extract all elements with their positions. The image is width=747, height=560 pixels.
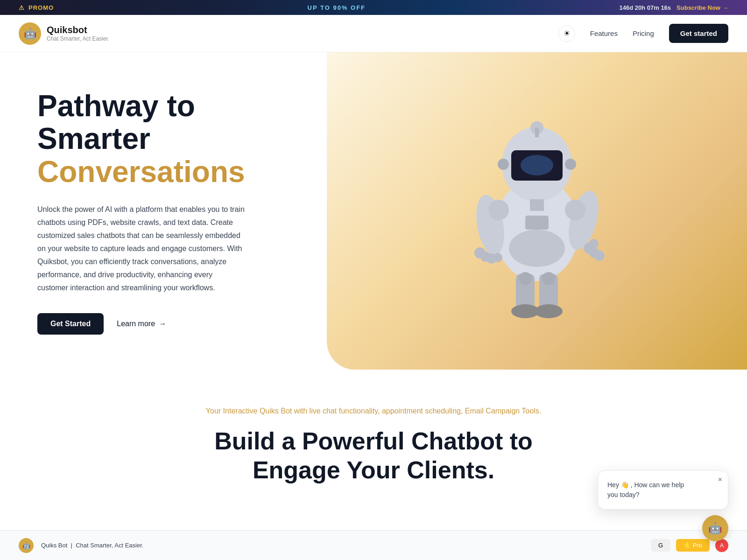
chat-bubble: × Hey 👋 , How can we help you today? bbox=[598, 470, 728, 510]
svg-point-22 bbox=[565, 200, 585, 220]
promo-offer: UP TO 90% OFF bbox=[308, 4, 366, 11]
sun-icon: ☀ bbox=[564, 29, 570, 38]
hero-content: Pathway to Smarter Conversations Unlock … bbox=[0, 80, 273, 363]
svg-point-27 bbox=[519, 272, 532, 285]
subscribe-link[interactable]: Subscribe Now → bbox=[677, 4, 728, 11]
learn-more-arrow: → bbox=[159, 320, 166, 328]
svg-point-14 bbox=[589, 239, 599, 248]
brand-logo: 🤖 bbox=[19, 22, 41, 45]
nav-get-started-button[interactable]: Get started bbox=[669, 24, 728, 43]
theme-toggle-button[interactable]: ☀ bbox=[558, 25, 575, 42]
svg-point-9 bbox=[493, 253, 502, 262]
hero-title: Pathway to Smarter Conversations bbox=[37, 90, 245, 188]
svg-rect-15 bbox=[525, 216, 549, 230]
hero-title-line1: Pathway to bbox=[37, 90, 245, 122]
robot-illustration bbox=[439, 76, 635, 346]
hero-actions: Get Started Learn more → bbox=[37, 313, 245, 335]
robot-svg bbox=[444, 90, 630, 332]
hero-title-line3: Conversations bbox=[37, 155, 245, 188]
nav-pricing-link[interactable]: Pricing bbox=[633, 29, 654, 37]
section2-title-line2: Engage Your Clients. bbox=[253, 456, 494, 483]
svg-rect-4 bbox=[530, 199, 544, 211]
hero-title-line2: Smarter bbox=[37, 122, 245, 155]
svg-point-13 bbox=[594, 251, 605, 261]
svg-point-20 bbox=[535, 304, 563, 318]
nav-features-link[interactable]: Features bbox=[590, 29, 618, 37]
brand-name: Quiksbot bbox=[47, 25, 109, 35]
hero-learn-more-link[interactable]: Learn more → bbox=[117, 320, 166, 328]
brand-tagline: Chat Smarter, Act Easier. bbox=[47, 35, 109, 42]
promo-bar: ⚠ PROMO UP TO 90% OFF 146d 20h 07m 16s S… bbox=[0, 0, 747, 15]
promo-text: PROMO bbox=[28, 4, 54, 11]
svg-point-21 bbox=[488, 200, 509, 220]
svg-point-23 bbox=[498, 159, 509, 170]
hero-section: Pathway to Smarter Conversations Unlock … bbox=[0, 52, 747, 370]
chat-close-icon[interactable]: × bbox=[718, 476, 722, 484]
chat-widget: × Hey 👋 , How can we help you today? 🤖 bbox=[598, 470, 728, 513]
warning-icon: ⚠ bbox=[19, 4, 25, 11]
brand: 🤖 Quiksbot Chat Smarter, Act Easier. bbox=[19, 22, 109, 45]
section2-title: Build a Powerful Chatbot to Engage Your … bbox=[187, 427, 560, 485]
section2-title-line1: Build a Powerful Chatbot to bbox=[214, 427, 533, 455]
hero-get-started-button[interactable]: Get Started bbox=[37, 313, 104, 335]
svg-point-3 bbox=[521, 155, 553, 175]
svg-point-28 bbox=[542, 272, 555, 285]
nav-right: ☀ Features Pricing Get started bbox=[558, 24, 728, 43]
learn-more-text: Learn more bbox=[117, 320, 155, 328]
svg-point-24 bbox=[565, 159, 576, 170]
brand-text: Quiksbot Chat Smarter, Act Easier. bbox=[47, 25, 109, 42]
chat-bubble-text: Hey 👋 , How can we help you today? bbox=[607, 480, 719, 500]
promo-timer-area: 146d 20h 07m 16s Subscribe Now → bbox=[620, 4, 729, 11]
hero-description: Unlock the power of AI with a platform t… bbox=[37, 203, 245, 294]
promo-label: ⚠ PROMO bbox=[19, 4, 54, 11]
section2-subtitle: Your Interactive Quiks Bot with live cha… bbox=[19, 407, 728, 415]
hero-image-area bbox=[327, 52, 747, 370]
promo-timer: 146d 20h 07m 16s bbox=[620, 4, 671, 11]
svg-point-16 bbox=[509, 230, 565, 267]
svg-rect-26 bbox=[535, 128, 539, 137]
navbar: 🤖 Quiksbot Chat Smarter, Act Easier. ☀ F… bbox=[0, 15, 747, 52]
